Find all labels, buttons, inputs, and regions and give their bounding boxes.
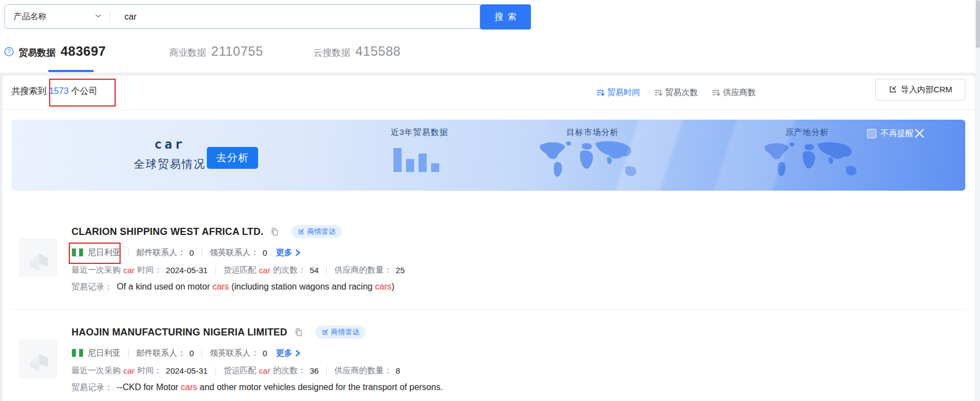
company-thumbnail[interactable] <box>19 238 58 278</box>
company-name[interactable]: CLARION SHIPPING WEST AFRICA LTD. <box>71 226 264 238</box>
copy-icon[interactable] <box>294 328 303 337</box>
more-link[interactable]: 更多 <box>276 348 301 358</box>
count-suffix: 个公司 <box>71 86 98 96</box>
keyword-highlight: car <box>123 266 135 275</box>
freight-label-pre: 货运匹配 <box>224 365 256 376</box>
tab-trade-data[interactable]: 贸易数据 483697 <box>19 44 106 59</box>
banner-section-origin-label: 原产地分析 <box>785 127 829 138</box>
trade-record-text: --CKD for Motor cars and other motor veh… <box>117 382 443 392</box>
supplier-label: 供应商的数量： <box>334 265 392 275</box>
chevron-right-icon <box>295 249 301 256</box>
help-icon[interactable]: ? <box>4 47 14 56</box>
linkedin-contacts-value: 0 <box>262 248 267 257</box>
count-prefix: 共搜索到 <box>11 86 46 96</box>
trade-record-label: 贸易记录： <box>71 382 112 393</box>
purchase-label-pre: 最近一次采购 <box>71 265 121 275</box>
import-crm-button[interactable]: 导入内部CRM <box>875 79 965 101</box>
tab-cloud-search-data[interactable]: 云搜数据 415588 <box>313 44 401 59</box>
sort-label: 供应商数 <box>723 87 756 98</box>
freight-label-pre: 货运匹配 <box>224 265 256 275</box>
data-tabs: ? 贸易数据 483697 商业数据 2110755 云搜数据 415588 <box>4 40 401 62</box>
more-label: 更多 <box>276 348 292 358</box>
sort-supplier-count[interactable]: 供应商数 <box>712 87 756 98</box>
sort-trade-time[interactable]: 贸易时间 <box>596 87 640 98</box>
count-number: 1573 <box>49 86 69 96</box>
import-icon <box>888 85 897 94</box>
search-button[interactable]: 搜索 <box>480 4 531 30</box>
scrollbar-track[interactable] <box>976 0 980 401</box>
more-label: 更多 <box>276 247 292 258</box>
copy-icon[interactable] <box>270 227 279 237</box>
keyword-highlight: car <box>123 366 135 375</box>
search-bar: 产品名称 car <box>4 4 480 29</box>
dismiss-checkbox[interactable] <box>867 129 876 138</box>
search-input[interactable]: car <box>110 12 480 22</box>
tab-count: 415588 <box>355 44 401 59</box>
purchase-label-post: 时间： <box>138 265 162 275</box>
email-contacts-value: 0 <box>189 349 194 358</box>
world-map-market <box>533 139 658 187</box>
scrollbar-thumb[interactable] <box>976 0 980 48</box>
nigeria-flag-icon <box>71 248 83 257</box>
company-meta-row: 尼日利亚 邮件联系人： 0 领英联系人： 0 更多 <box>71 246 966 259</box>
list-divider <box>11 309 966 310</box>
trade-record-row: 贸易记录： Of a kind used on motor cars (incl… <box>71 282 966 294</box>
freight-count-value: 36 <box>309 366 319 375</box>
trade-record-text: Of a kind used on motor cars (including … <box>117 282 395 292</box>
tab-count: 2110755 <box>211 44 263 59</box>
banner-keyword-block: car 全球贸易情况 <box>121 137 219 172</box>
dismiss-label: 不再提醒 <box>881 128 913 139</box>
freight-count-value: 54 <box>309 266 319 275</box>
analyze-button[interactable]: 去分析 <box>207 147 258 169</box>
sort-trade-count[interactable]: 贸易次数 <box>654 87 698 98</box>
result-count-row: 共搜索到1573个公司 贸易时间 贸易次数 供应商数 导入内部CRM <box>2 75 975 110</box>
company-list: CLARION SHIPPING WEST AFRICA LTD. 商情雷达 尼… <box>2 225 975 394</box>
linkedin-contacts-label: 领英联系人： <box>210 247 259 258</box>
banner-section-market-label: 目标市场分析 <box>566 127 619 138</box>
email-contacts-value: 0 <box>189 248 194 257</box>
purchase-label-post: 时间： <box>138 365 162 376</box>
active-tab-underline <box>48 70 94 72</box>
tab-count: 483697 <box>61 44 106 59</box>
radar-badge-label: 商情雷达 <box>307 227 336 237</box>
dismiss-control: 不再提醒 <box>867 128 913 139</box>
banner-section-trade-label: 近3年贸易数据 <box>391 127 448 138</box>
radar-icon <box>297 228 304 235</box>
company-card: HAOJIN MANUFACTURING NIGERIA LIMITED 商情雷… <box>11 326 966 394</box>
tab-business-data[interactable]: 商业数据 2110755 <box>169 44 263 59</box>
promo-banner: car 全球贸易情况 去分析 近3年贸易数据 目标市场分析 原产地分析 <box>11 120 965 191</box>
radar-badge[interactable]: 商情雷达 <box>315 326 366 339</box>
country-name: 尼日利亚 <box>88 348 121 358</box>
purchase-date-value: 2024-05-31 <box>166 266 208 275</box>
company-name[interactable]: HAOJIN MANUFACTURING NIGERIA LIMITED <box>71 327 288 338</box>
supplier-count-value: 25 <box>396 266 405 275</box>
linkedin-contacts-label: 领英联系人： <box>210 348 259 358</box>
radar-badge-label: 商情雷达 <box>331 327 360 337</box>
company-meta-row: 尼日利亚 邮件联系人： 0 领英联系人： 0 更多 <box>71 346 966 359</box>
import-crm-label: 导入内部CRM <box>901 85 952 95</box>
company-thumbnail[interactable] <box>19 339 58 378</box>
company-card: CLARION SHIPPING WEST AFRICA LTD. 商情雷达 尼… <box>11 225 966 294</box>
nigeria-flag-icon <box>71 349 83 357</box>
tab-label: 云搜数据 <box>313 46 350 59</box>
svg-text:?: ? <box>8 48 11 55</box>
radar-icon <box>321 329 328 336</box>
keyword-highlight: car <box>259 266 271 275</box>
trade-record-row: 贸易记录： --CKD for Motor cars and other mot… <box>71 382 966 394</box>
keyword-highlight: car <box>259 366 271 375</box>
search-type-label: 产品名称 <box>14 11 46 22</box>
result-count-text: 共搜索到1573个公司 <box>11 86 98 97</box>
page-header: 产品名称 car 搜索 ? 贸易数据 483697 商业数据 2110755 云… <box>0 0 976 73</box>
sort-label: 贸易时间 <box>607 87 640 98</box>
email-contacts-label: 邮件联系人： <box>136 348 186 358</box>
more-link[interactable]: 更多 <box>276 247 301 258</box>
close-icon[interactable] <box>913 127 926 140</box>
trade-record-label: 贸易记录： <box>71 282 112 292</box>
linkedin-contacts-value: 0 <box>262 349 267 358</box>
tab-label: 商业数据 <box>169 46 206 59</box>
search-type-select[interactable]: 产品名称 <box>5 11 110 22</box>
tab-label: 贸易数据 <box>19 46 56 59</box>
radar-badge[interactable]: 商情雷达 <box>291 225 342 238</box>
company-stats-row: 最近一次采购 car 时间： 2024-05-31 货运匹配 car 的次数： … <box>71 364 966 377</box>
banner-subtitle: 全球贸易情况 <box>121 157 219 172</box>
